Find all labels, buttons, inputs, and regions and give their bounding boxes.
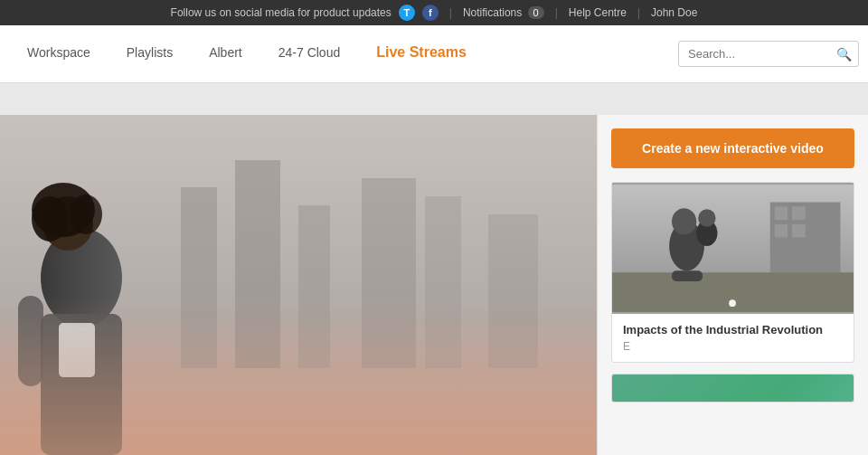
industrial-thumb-svg	[612, 183, 854, 314]
divider3: |	[637, 6, 640, 19]
user-menu[interactable]: John Doe	[651, 6, 697, 19]
svg-rect-30	[672, 270, 703, 281]
svg-rect-24	[792, 224, 806, 238]
divider2: |	[555, 6, 558, 19]
video-card-industrial[interactable]: Impacts of the Industrial Revolution E	[611, 182, 854, 363]
sub-header	[0, 83, 868, 115]
svg-point-12	[32, 196, 68, 242]
nav-albert[interactable]: Albert	[191, 25, 260, 83]
nav-cloud[interactable]: 24-7 Cloud	[260, 25, 359, 83]
main-content: Create a new interactive video	[0, 115, 868, 455]
svg-rect-21	[775, 206, 788, 220]
help-centre-link[interactable]: Help Centre	[569, 6, 627, 19]
video-card-industrial-info: Impacts of the Industrial Revolution E	[612, 314, 854, 362]
video-card-industrial-title: Impacts of the Industrial Revolution	[623, 323, 843, 337]
video-card-industrial-sub: E	[623, 340, 843, 353]
industrial-background-svg	[0, 115, 597, 455]
facebook-icon[interactable]: f	[422, 5, 439, 21]
svg-point-29	[698, 209, 715, 226]
nav-links: Workspace Playlists Albert 24-7 Cloud Li…	[9, 25, 678, 83]
nav-live-streams[interactable]: Live Streams	[358, 25, 485, 83]
nav-bar: Workspace Playlists Albert 24-7 Cloud Li…	[0, 25, 868, 83]
twitter-icon[interactable]: T	[399, 5, 415, 21]
svg-point-31	[729, 299, 736, 307]
search-container: 🔍	[678, 41, 859, 67]
svg-point-27	[672, 208, 696, 234]
nav-playlists[interactable]: Playlists	[108, 25, 191, 83]
top-bar: Follow us on social media for product up…	[0, 0, 868, 25]
nav-workspace[interactable]: Workspace	[9, 25, 108, 83]
create-video-button[interactable]: Create a new interactive video	[611, 128, 854, 168]
nature-thumb-bg	[612, 374, 854, 402]
notifications-badge: 0	[528, 6, 544, 19]
right-sidebar: Create a new interactive video	[597, 115, 868, 455]
industrial-thumb-scene	[612, 183, 854, 314]
svg-rect-17	[0, 296, 597, 455]
notifications-link[interactable]: Notifications 0	[463, 6, 544, 19]
divider1: |	[449, 6, 452, 19]
search-input[interactable]	[678, 41, 859, 67]
video-background	[0, 115, 597, 455]
video-card-industrial-thumb	[612, 183, 854, 314]
video-card-nature-thumb	[612, 374, 854, 402]
search-icon: 🔍	[836, 47, 852, 62]
svg-point-13	[70, 194, 102, 234]
video-panel	[0, 115, 597, 455]
svg-rect-23	[775, 224, 788, 238]
svg-rect-22	[792, 206, 806, 220]
follow-text: Follow us on social media for product up…	[171, 6, 392, 19]
video-card-nature[interactable]	[611, 374, 854, 403]
